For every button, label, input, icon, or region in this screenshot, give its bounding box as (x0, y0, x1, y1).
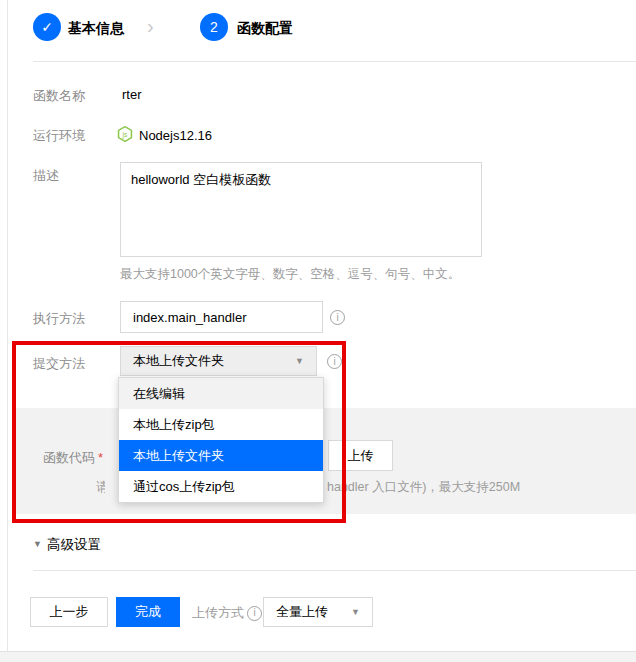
handler-label: 执行方法 (33, 310, 85, 328)
panel-left-border (7, 0, 8, 651)
chevron-right-icon: › (147, 16, 154, 36)
function-config-page: ✓ 基本信息 › 2 函数配置 函数名称 rter 运行环境 js Nodejs… (0, 0, 636, 662)
submit-method-value: 本地上传文件夹 (133, 352, 224, 370)
submit-method-select[interactable]: 本地上传文件夹 ▼ (120, 346, 317, 376)
header-divider (33, 61, 636, 62)
done-button[interactable]: 完成 (116, 597, 180, 627)
check-icon: ✓ (41, 19, 53, 35)
upload-mode-select[interactable]: 全量上传 ▼ (263, 597, 373, 627)
function-code-label: 函数代码* (43, 449, 103, 467)
previous-step-button[interactable]: 上一步 (30, 597, 108, 627)
code-hint-right-fragment: handler 入口文件)，最大支持250M (327, 479, 520, 496)
upload-mode-info-icon[interactable]: i (247, 606, 262, 621)
runtime-label: 运行环境 (33, 127, 85, 145)
upload-mode-value: 全量上传 (276, 603, 328, 621)
code-hint-left-fragment: 请 (96, 479, 105, 496)
footer-divider (33, 570, 636, 571)
function-code-panel (13, 408, 636, 514)
description-label: 描述 (33, 167, 59, 185)
advanced-settings-triangle-icon: ▼ (33, 539, 42, 549)
handler-input[interactable] (120, 301, 323, 333)
dropdown-option-cos-zip[interactable]: 通过cos上传zip包 (119, 471, 323, 502)
step2-number-badge: 2 (200, 13, 228, 41)
submit-method-info-icon[interactable]: i (327, 354, 342, 369)
nodejs-icon: js (116, 125, 134, 143)
function-name-value: rter (122, 87, 142, 102)
runtime-value: Nodejs12.16 (139, 128, 212, 143)
required-asterisk: * (98, 450, 103, 465)
svg-text:js: js (122, 131, 128, 139)
dropdown-option-local-zip[interactable]: 本地上传zip包 (119, 409, 323, 440)
caret-down-icon: ▼ (351, 607, 360, 617)
upload-mode-label: 上传方式 (192, 604, 244, 622)
step2-label: 函数配置 (237, 20, 293, 38)
upload-button[interactable]: 上传 (328, 440, 393, 471)
handler-info-icon[interactable]: i (330, 310, 345, 325)
upload-mode-row: 上传方式 i (192, 604, 262, 622)
dropdown-option-online-edit[interactable]: 在线编辑 (119, 378, 323, 409)
step1-done-badge: ✓ (33, 13, 61, 41)
dropdown-option-local-folder[interactable]: 本地上传文件夹 (119, 440, 323, 471)
step1-label: 基本信息 (68, 20, 124, 38)
page-bottom-strip (0, 651, 636, 662)
advanced-settings-toggle[interactable]: 高级设置 (47, 536, 101, 554)
description-hint: 最大支持1000个英文字母、数字、空格、逗号、句号、中文。 (120, 266, 460, 283)
submit-method-label: 提交方法 (33, 355, 85, 373)
step2-number: 2 (210, 19, 218, 35)
caret-down-icon: ▼ (295, 356, 304, 366)
submit-method-dropdown: 在线编辑 本地上传zip包 本地上传文件夹 通过cos上传zip包 (118, 377, 324, 503)
function-name-label: 函数名称 (33, 87, 85, 105)
description-textarea[interactable]: helloworld 空白模板函数 (120, 162, 482, 257)
